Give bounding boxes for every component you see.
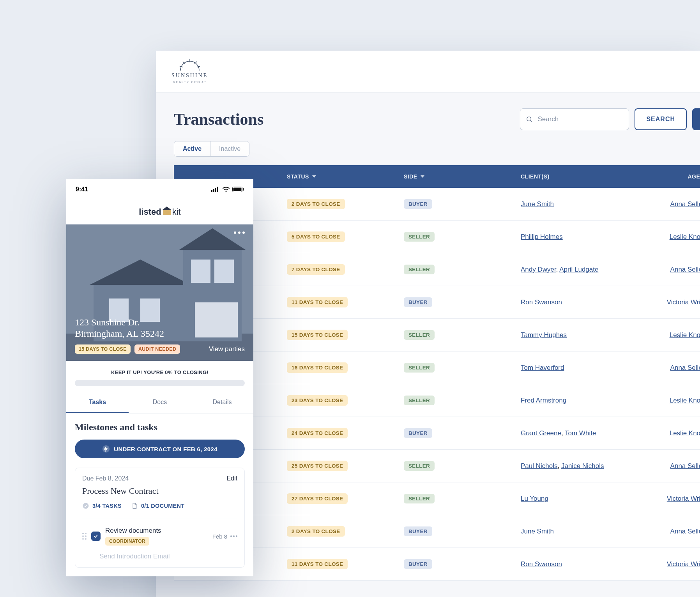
cell-clients: Grant Greene, Tom White xyxy=(521,429,638,437)
agent-link[interactable]: Leslie Knope xyxy=(670,397,700,404)
side-pill: SELLER xyxy=(404,461,435,471)
primary-action-button[interactable] xyxy=(692,108,700,130)
col-agent[interactable]: AGENT xyxy=(638,173,700,180)
cell-clients: June Smith xyxy=(521,528,638,535)
search-button[interactable]: SEARCH xyxy=(635,108,687,130)
client-link[interactable]: Tammy Hughes xyxy=(521,331,567,339)
role-pill: COORDINATOR xyxy=(105,537,149,546)
mobile-device: 9:41 listed kit xyxy=(66,179,253,576)
side-pill: BUYER xyxy=(404,526,432,536)
agent-link[interactable]: Anna Sellers xyxy=(670,528,700,535)
agent-link[interactable]: Leslie Knope xyxy=(670,429,700,437)
search-input[interactable] xyxy=(537,115,623,123)
client-link[interactable]: April Ludgate xyxy=(559,266,598,273)
tab-docs[interactable]: Docs xyxy=(129,392,191,413)
cell-agent: Victoria Wrigh xyxy=(638,560,700,568)
status-filter-tabs: Active Inactive xyxy=(174,141,249,157)
cell-side: BUYER xyxy=(404,199,521,209)
task-edit-link[interactable]: Edit xyxy=(226,475,237,482)
svg-rect-14 xyxy=(163,210,171,215)
cell-status: 7 DAYS TO CLOSE xyxy=(287,264,404,275)
agent-link[interactable]: Victoria Wrigh xyxy=(667,560,700,568)
client-link[interactable]: June Smith xyxy=(521,200,554,208)
client-link[interactable]: Paul Nichols xyxy=(521,462,558,470)
subtask-title: Review documents xyxy=(105,527,208,535)
tab-active[interactable]: Active xyxy=(174,141,210,156)
side-pill: SELLER xyxy=(404,494,435,503)
agent-link[interactable]: Anna Sellers xyxy=(670,364,700,371)
cell-status: 11 DAYS TO CLOSE xyxy=(287,297,404,307)
side-pill: SELLER xyxy=(404,363,435,373)
hero-overflow-menu[interactable] xyxy=(234,231,245,234)
cell-status: 23 DAYS TO CLOSE xyxy=(287,395,404,406)
col-clients[interactable]: CLIENT(S) xyxy=(521,173,638,180)
cell-clients: Andy Dwyer, April Ludgate xyxy=(521,266,638,274)
cell-side: SELLER xyxy=(404,363,521,373)
agent-link[interactable]: Leslie Knope xyxy=(670,233,700,240)
agent-link[interactable]: Anna Sellers xyxy=(670,462,700,470)
agent-link[interactable]: Victoria Wrigh xyxy=(667,495,700,502)
cell-agent: Leslie Knope xyxy=(638,397,700,404)
client-link[interactable]: Phillip Holmes xyxy=(521,233,563,240)
side-pill: BUYER xyxy=(404,428,432,438)
svg-point-28 xyxy=(83,503,89,509)
brand-logo: SUNSHINE REALTY GROUP xyxy=(171,59,208,84)
cell-side: SELLER xyxy=(404,330,521,340)
tasks-count: 3/4 TASKS xyxy=(82,502,122,509)
agent-link[interactable]: Anna Sellers xyxy=(670,200,700,208)
cell-agent: Victoria Wrigh xyxy=(638,298,700,306)
tab-inactive[interactable]: Inactive xyxy=(210,141,249,156)
cell-side: SELLER xyxy=(404,232,521,242)
col-status[interactable]: STATUS xyxy=(287,173,404,180)
cell-status: 24 DAYS TO CLOSE xyxy=(287,428,404,438)
svg-rect-22 xyxy=(191,260,210,283)
client-link[interactable]: June Smith xyxy=(521,528,554,535)
col-side[interactable]: SIDE xyxy=(404,173,521,180)
client-link[interactable]: Ron Swanson xyxy=(521,560,562,568)
property-address-line1: 123 Sunshine Dr. xyxy=(75,317,245,328)
client-link[interactable]: Tom White xyxy=(565,429,596,437)
subtask-row: Review documents COORDINATOR Feb 8 xyxy=(82,519,237,546)
svg-point-5 xyxy=(527,117,531,121)
days-to-close-pill: 24 DAYS TO CLOSE xyxy=(287,428,348,438)
cell-status: 2 DAYS TO CLOSE xyxy=(287,526,404,537)
cell-side: SELLER xyxy=(404,396,521,405)
progress-label: KEEP IT UP! YOU'RE 0% TO CLOSING! xyxy=(75,369,245,375)
days-to-close-pill: 11 DAYS TO CLOSE xyxy=(287,297,348,307)
brand-pre: listed xyxy=(139,207,161,217)
client-link[interactable]: Janice Nichols xyxy=(561,462,604,470)
tab-tasks[interactable]: Tasks xyxy=(66,392,129,413)
drag-handle-icon[interactable] xyxy=(82,533,87,540)
task-due: Due Feb 8, 2024 xyxy=(82,475,129,482)
sun-icon xyxy=(179,59,201,71)
svg-marker-15 xyxy=(162,207,171,210)
client-link[interactable]: Grant Greene xyxy=(521,429,561,437)
search-icon xyxy=(526,116,533,123)
subtask-checkbox[interactable] xyxy=(91,532,101,541)
client-link[interactable]: Lu Young xyxy=(521,495,548,502)
client-link[interactable]: Ron Swanson xyxy=(521,298,562,306)
next-subtask-preview: Send Introduction Email xyxy=(82,553,237,560)
agent-link[interactable]: Victoria Wrigh xyxy=(667,298,700,306)
side-pill: SELLER xyxy=(404,265,435,274)
client-link[interactable]: Tom Haverford xyxy=(521,364,564,371)
agent-link[interactable]: Anna Sellers xyxy=(670,266,700,273)
subtask-overflow-menu[interactable] xyxy=(230,535,237,537)
cell-status: 15 DAYS TO CLOSE xyxy=(287,330,404,340)
client-link[interactable]: Fred Armstrong xyxy=(521,397,566,404)
view-parties-link[interactable]: View parties xyxy=(209,345,245,353)
days-to-close-pill: 7 DAYS TO CLOSE xyxy=(287,264,345,275)
svg-line-6 xyxy=(531,120,532,122)
brand-name: SUNSHINE xyxy=(171,72,208,79)
cell-agent: Anna Sellers xyxy=(638,266,700,274)
agent-link[interactable]: Leslie Knope xyxy=(670,331,700,339)
side-pill: BUYER xyxy=(404,199,432,209)
cell-clients: June Smith xyxy=(521,200,638,208)
client-link[interactable]: Andy Dwyer xyxy=(521,266,556,273)
tab-details[interactable]: Details xyxy=(191,392,253,413)
search-box[interactable] xyxy=(520,108,629,130)
docs-count: 0/1 DOCUMENT xyxy=(131,502,185,509)
cell-side: SELLER xyxy=(404,265,521,274)
days-to-close-pill: 2 DAYS TO CLOSE xyxy=(287,199,345,209)
cell-clients: Paul Nichols, Janice Nichols xyxy=(521,462,638,470)
